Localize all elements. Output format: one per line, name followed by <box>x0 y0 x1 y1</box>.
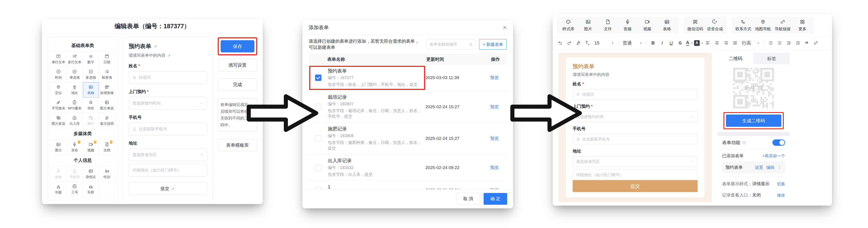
palette-item[interactable]: 身份证 <box>83 166 99 182</box>
confirm-button[interactable]: 确 定 <box>484 193 507 205</box>
detail-address-input[interactable]: 详细地址（如小区门牌号） <box>129 164 207 177</box>
palette-item[interactable]: 时间 <box>51 67 67 82</box>
search-input[interactable]: 表单名称或编号 <box>427 39 476 49</box>
submit-button[interactable]: 提交 <box>129 182 207 195</box>
preview-visit-select[interactable]: 请选择预约时间 <box>572 111 698 122</box>
insert-table-button[interactable]: 表格 <box>657 19 677 32</box>
blockquote-button[interactable]: ” <box>803 39 811 47</box>
name-input[interactable]: 待填写 <box>129 71 207 84</box>
form-checkbox[interactable] <box>315 164 321 171</box>
redo-button[interactable] <box>565 39 574 47</box>
insert-speech-button[interactable]: 语音合成 <box>705 19 725 32</box>
palette-item[interactable]: 单选项 <box>67 67 83 82</box>
palette-item[interactable]: 图片 <box>51 140 67 155</box>
format-painter-button[interactable] <box>574 39 583 47</box>
insert-contact-button[interactable]: 联系方式 <box>734 19 753 32</box>
preview-link[interactable]: 预览 <box>490 75 499 80</box>
cancel-button[interactable]: 取 消 <box>457 193 480 205</box>
insert-style-lib-button[interactable]: 样式库 <box>559 19 578 32</box>
insert-video-button[interactable]: 视频 <box>638 19 657 32</box>
palette-item[interactable]: 自增表格 <box>99 82 115 98</box>
done-button[interactable]: 完成 <box>218 78 257 90</box>
line-height-select[interactable]: 行高▾ <box>740 39 762 47</box>
palette-item[interactable]: NPS量表 <box>67 98 83 113</box>
insert-nav-link-button[interactable]: 导航链接 <box>773 19 793 32</box>
preview-submit-button[interactable]: 提交 <box>572 180 698 192</box>
palette-item[interactable]: 图片单选 <box>99 98 115 113</box>
strikethrough-button[interactable]: S <box>676 39 684 47</box>
palette-item[interactable]: 多行文本 <box>67 51 83 67</box>
palette-item[interactable]: 性别 <box>99 166 115 182</box>
preview-link[interactable]: 预览 <box>490 136 499 141</box>
generate-qr-button[interactable]: 生成二维码 <box>726 115 781 127</box>
palette-item[interactable]: 年龄 <box>51 182 67 197</box>
palette-item[interactable]: 评价 <box>83 98 99 113</box>
palette-item[interactable]: 123数字 <box>83 51 99 67</box>
table-row[interactable]: 1编号：1835012025-02-21 09:24预览 <box>309 181 507 190</box>
save-button[interactable]: 保存 <box>221 40 254 52</box>
palette-item[interactable]: NO工号 <box>67 182 83 197</box>
ordered-list-button[interactable]: 123 <box>766 39 775 47</box>
insert-wechat-qr-button[interactable]: 微信活码 <box>685 19 705 32</box>
insert-audio-button[interactable]: 音频 <box>618 19 638 32</box>
more-options-icon[interactable] <box>778 165 782 169</box>
tab-label[interactable]: 标签 <box>754 53 789 64</box>
palette-item[interactable]: 日期 <box>99 51 115 67</box>
palette-item[interactable]: 车牌 <box>83 182 99 197</box>
preview-name-input[interactable]: 待填写 <box>572 89 698 100</box>
form-feature-toggle[interactable] <box>772 140 785 146</box>
insert-more-button[interactable]: 更多 <box>793 19 812 32</box>
modify-record-link[interactable]: 修改 <box>777 193 785 198</box>
preview-link[interactable]: 预览 <box>490 104 499 109</box>
preview-phone-input[interactable]: 点击获取手机号 <box>572 134 698 144</box>
preview-link[interactable]: 预览 <box>490 165 499 170</box>
insert-link-button[interactable] <box>812 39 820 47</box>
form-checkbox[interactable] <box>315 75 321 81</box>
visit-time-select[interactable]: 请选择预约时间 <box>129 97 207 110</box>
table-row[interactable]: 施肥记录编号：183808包含字段：施肥种类，备注，日期，负责人，姓名，提交20… <box>309 123 507 155</box>
palette-item[interactable]: 检查项 <box>99 67 115 82</box>
indent-decrease-button[interactable] <box>784 39 793 47</box>
palette-item[interactable]: 表格 <box>83 82 99 98</box>
form-edit-link[interactable]: 编辑 <box>766 165 774 170</box>
palette-item[interactable]: 手写签名 <box>51 98 67 113</box>
align-justify-button[interactable] <box>731 39 739 47</box>
font-size-select[interactable]: 15▾ <box>592 39 616 47</box>
palette-item[interactable]: 单行文本 <box>51 51 67 67</box>
align-left-button[interactable] <box>704 39 712 47</box>
underline-button[interactable]: U <box>667 39 676 47</box>
italic-button[interactable]: I <box>658 39 666 47</box>
table-row[interactable]: 栽培记录编号：183807包含字段：栽培记录，备注，日期，负责人，姓名，手机号，… <box>309 91 507 123</box>
palette-item[interactable]: 图片多选 <box>51 113 67 128</box>
fill-settings-button[interactable]: 填写设置 <box>218 59 257 71</box>
switch-style-link[interactable]: 切换 <box>777 181 785 187</box>
undo-button[interactable] <box>556 39 564 47</box>
align-right-button[interactable] <box>722 39 730 47</box>
unordered-list-button[interactable] <box>775 39 784 47</box>
paragraph-style-select[interactable]: 普通▾ <box>620 39 644 47</box>
template-library-button[interactable]: 表单模板库 <box>218 139 257 151</box>
palette-item[interactable]: 地址 <box>67 82 83 98</box>
palette-item[interactable]: 多选项 <box>83 67 99 82</box>
help-icon[interactable] <box>742 141 746 145</box>
phone-input[interactable]: 点击获取手机号 <box>129 123 207 135</box>
edit-subtitle-icon[interactable] <box>167 53 171 58</box>
palette-item[interactable]: 文档 <box>99 140 115 155</box>
palette-item[interactable]: 视频 <box>83 140 99 155</box>
palette-item[interactable]: 录音 <box>67 140 83 155</box>
table-row[interactable]: 预约表单编号：187377包含字段：姓名，上门预约，手机号，地址，提交2025-… <box>309 65 507 91</box>
font-color-button[interactable]: A▾ <box>685 39 693 47</box>
edit-title-icon[interactable] <box>154 44 158 48</box>
indent-increase-button[interactable] <box>794 39 802 47</box>
insert-map-button[interactable]: 地图导航 <box>753 19 773 32</box>
add-another-form-link[interactable]: +再添加一个 <box>762 153 785 159</box>
close-icon[interactable]: × <box>503 24 507 31</box>
preview-detail-input[interactable]: 详细地址（如小区门牌号） <box>572 169 698 180</box>
new-form-button[interactable]: + 新建表单 <box>479 39 507 49</box>
form-settings-link[interactable]: 设置 <box>755 165 763 170</box>
clear-format-button[interactable]: Tx <box>583 39 592 47</box>
table-row[interactable]: 出入库记录编号：183532包含字段：出入库，提交2025-02-24 09:2… <box>309 155 507 181</box>
highlight-color-button[interactable]: A▾ <box>694 39 703 47</box>
bold-button[interactable]: B <box>649 39 657 47</box>
insert-file-button[interactable]: 文件 <box>598 19 618 32</box>
